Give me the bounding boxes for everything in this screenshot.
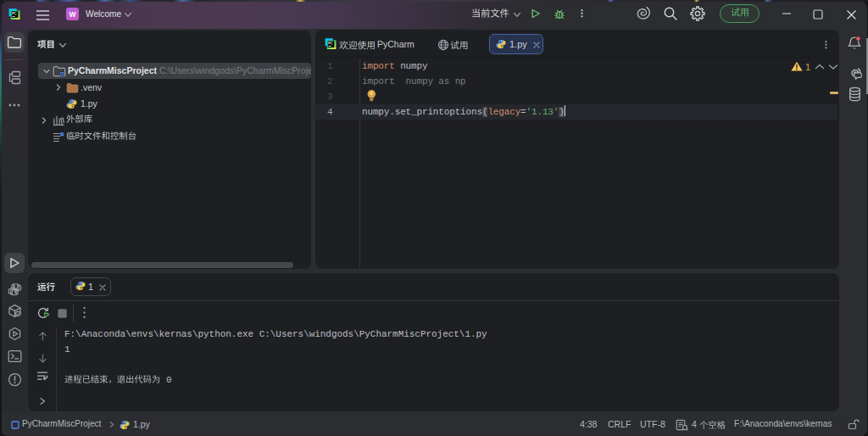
svg-text:W: W (69, 10, 76, 19)
